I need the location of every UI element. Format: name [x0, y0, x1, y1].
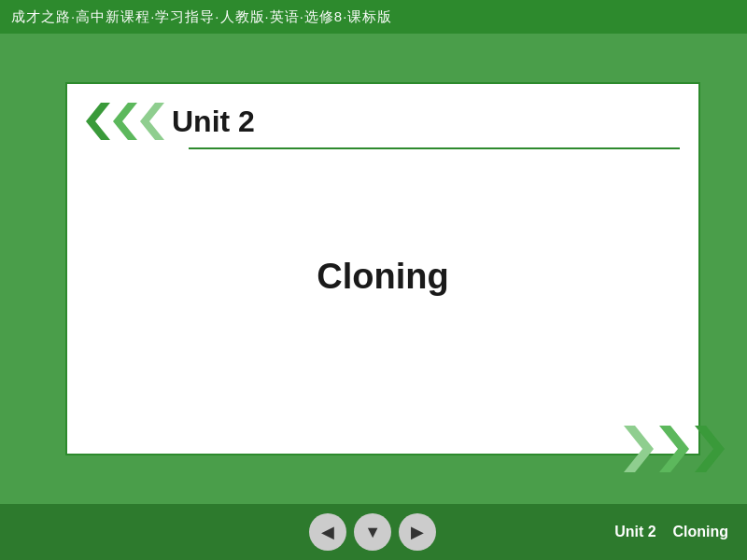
header-bar: 成才之路·高中新课程·学习指导·人教版·英语·选修8·课标版 [0, 0, 747, 34]
svg-marker-3 [624, 426, 654, 472]
unit-label-area: Unit 2 [86, 103, 255, 140]
right-chevron-icon-2 [659, 426, 691, 472]
unit-label: Unit 2 [172, 105, 255, 139]
svg-marker-2 [140, 103, 164, 140]
down-button[interactable]: ▼ [354, 513, 391, 551]
down-icon: ▼ [364, 523, 381, 542]
svg-marker-1 [113, 103, 137, 140]
svg-marker-0 [86, 103, 110, 140]
right-chevrons [624, 426, 726, 472]
next-button[interactable]: ▶ [399, 513, 436, 551]
nav-buttons: ◀ ▼ ▶ [309, 513, 436, 551]
footer-unit: Unit 2 [614, 524, 655, 539]
right-chevron-icon-1 [624, 426, 655, 472]
chevron-icon-3 [140, 103, 164, 140]
slide-card: Unit 2 Cloning [65, 82, 700, 455]
next-icon: ▶ [411, 522, 424, 542]
main-content: Unit 2 Cloning [0, 34, 747, 504]
unit-divider [189, 147, 680, 149]
right-chevron-icon-3 [695, 426, 726, 472]
svg-marker-5 [695, 426, 725, 472]
svg-marker-4 [659, 426, 689, 472]
prev-icon: ◀ [321, 522, 334, 542]
chevron-icon-1 [86, 103, 110, 140]
prev-button[interactable]: ◀ [309, 513, 346, 551]
topic-title: Cloning [317, 257, 448, 297]
footer-label: Unit 2 Cloning [614, 524, 728, 540]
footer-bar: ◀ ▼ ▶ Unit 2 Cloning [0, 504, 747, 560]
unit-chevrons [86, 103, 164, 140]
chevron-icon-2 [113, 103, 137, 140]
footer-topic: Cloning [672, 524, 728, 539]
header-title: 成才之路·高中新课程·学习指导·人教版·英语·选修8·课标版 [11, 8, 392, 26]
